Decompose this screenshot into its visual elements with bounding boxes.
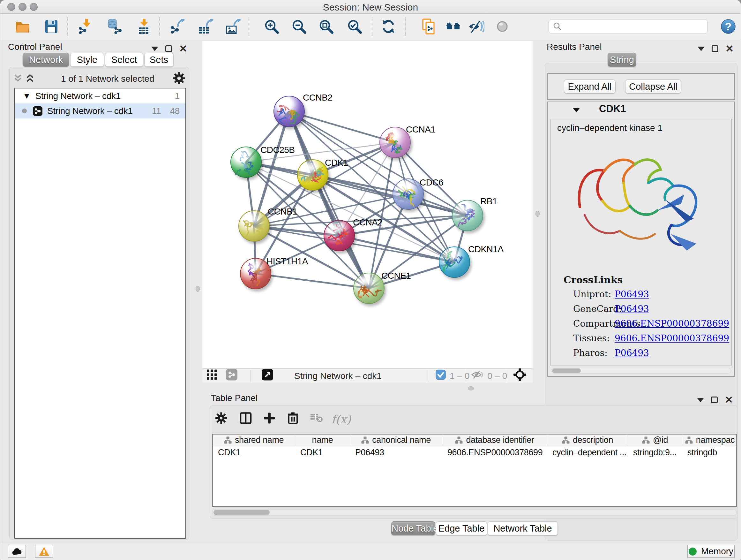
network-options-gear-icon[interactable] xyxy=(173,72,185,84)
hide-panel-button[interactable] xyxy=(467,17,485,36)
window-titlebar: Session: New Session xyxy=(0,0,741,14)
column-header-description[interactable]: description xyxy=(547,435,628,446)
table-row[interactable]: CDK1 CDK1 P06493 9606.ENSP00000378699 cy… xyxy=(213,446,736,459)
expand-all-button[interactable]: Expand All xyxy=(564,79,616,94)
delete-table-icon[interactable] xyxy=(310,413,323,426)
panel-close-icon[interactable]: ✕ xyxy=(725,395,733,405)
toolbar-separator xyxy=(405,17,406,36)
gene-collapse-icon[interactable] xyxy=(573,108,580,112)
column-header-name[interactable]: name xyxy=(295,435,350,446)
panel-undock-icon[interactable] xyxy=(711,396,718,403)
import-network-button[interactable] xyxy=(77,17,95,36)
gene-section: CDK1 cyclin–dependent kinase 1 xyxy=(547,102,735,377)
panel-close-icon[interactable]: ✕ xyxy=(179,44,187,54)
left-splitter-handle[interactable] xyxy=(196,286,200,292)
results-horizontal-scrollbar[interactable] xyxy=(551,368,731,374)
show-columns-icon[interactable] xyxy=(240,412,252,427)
node-gloss-highlight xyxy=(444,249,462,261)
node-table: shared name name canonical name database… xyxy=(212,434,737,507)
network-view-icon[interactable] xyxy=(226,369,238,383)
right-splitter-handle[interactable] xyxy=(536,211,540,217)
crosslink-genecard-link[interactable]: P06493 xyxy=(615,304,649,314)
tab-network[interactable]: Network xyxy=(23,53,69,67)
network-node-ccnb2[interactable] xyxy=(273,96,305,127)
show-panel-button[interactable] xyxy=(493,17,512,36)
crosslink-uniprot-link[interactable]: P06493 xyxy=(615,289,649,300)
crosslink-pharos-link[interactable]: P06493 xyxy=(615,348,649,358)
column-header-canonical-name[interactable]: canonical name xyxy=(350,435,442,446)
network-node-ccna2[interactable] xyxy=(324,220,355,251)
network-node-ccnb1[interactable] xyxy=(239,210,270,242)
open-in-new-window-icon[interactable] xyxy=(261,369,273,383)
search-input[interactable] xyxy=(562,22,704,32)
table-options-gear-icon[interactable] xyxy=(215,412,227,427)
network-node-ccne1[interactable] xyxy=(353,273,385,304)
home-button[interactable] xyxy=(444,17,463,36)
zoom-fit-button[interactable] xyxy=(317,17,335,36)
import-from-database-button[interactable] xyxy=(105,17,123,36)
network-node-cdc6[interactable] xyxy=(393,179,424,210)
panel-close-icon[interactable]: ✕ xyxy=(725,44,734,54)
panel-undock-icon[interactable] xyxy=(712,45,718,52)
export-network-button[interactable] xyxy=(169,17,187,36)
table-horizontal-scrollbar[interactable] xyxy=(212,509,737,516)
panel-float-icon[interactable] xyxy=(697,398,704,402)
crosslink-tissues-link[interactable]: 9606.ENSP00000378699 xyxy=(615,333,729,344)
tab-string[interactable]: String xyxy=(608,53,636,67)
warnings-button[interactable] xyxy=(35,545,53,558)
toolbar-search[interactable] xyxy=(549,19,708,34)
panel-float-icon[interactable] xyxy=(151,47,158,51)
network-canvas[interactable]: CCNB2CCNA1CDC25BCDK1CDC6RB1CCNB1CCNA2CDK… xyxy=(202,41,533,368)
selected-checkbox-icon[interactable] xyxy=(435,370,446,382)
scrollbar-thumb[interactable] xyxy=(552,368,581,373)
save-session-button[interactable] xyxy=(42,17,61,36)
node-label-ccne1: CCNE1 xyxy=(381,271,411,281)
tab-style[interactable]: Style xyxy=(70,53,104,67)
collapse-all-tree-icon[interactable] xyxy=(12,73,23,83)
hidden-eye-slash-icon[interactable] xyxy=(471,369,484,382)
zoom-in-button[interactable] xyxy=(262,17,281,36)
export-table-button[interactable] xyxy=(197,17,215,36)
collapse-all-button[interactable]: Collapse All xyxy=(625,79,681,94)
tab-edge-table[interactable]: Edge Table xyxy=(436,521,487,536)
zoom-fit-icon xyxy=(318,18,334,35)
copy-network-button[interactable] xyxy=(420,17,439,36)
tree-expander-icon[interactable]: ▼ xyxy=(23,91,30,101)
bottom-splitter-handle[interactable] xyxy=(468,386,474,390)
network-item-label: String Network – cdk1 xyxy=(47,106,133,116)
create-column-plus-icon[interactable] xyxy=(263,412,275,427)
memory-button[interactable]: Memory xyxy=(687,545,735,558)
network-tree-root-row[interactable]: ▼ String Network – cdk1 1 xyxy=(15,88,185,104)
locate-crosshair-icon[interactable] xyxy=(514,368,526,383)
delete-column-trash-icon[interactable] xyxy=(287,412,299,427)
zoom-out-button[interactable] xyxy=(290,17,308,36)
apply-function-fx-icon[interactable]: f(x) xyxy=(331,413,351,426)
cloud-status-button[interactable] xyxy=(8,545,26,558)
column-header-namespace[interactable]: namespac xyxy=(682,435,737,446)
zoom-selected-button[interactable] xyxy=(345,17,364,36)
network-node-cdc25b[interactable] xyxy=(230,146,262,178)
network-tree-item-row[interactable]: String Network – cdk1 11 48 xyxy=(15,104,185,118)
help-button[interactable]: ? xyxy=(719,17,738,36)
network-node-cdk1[interactable] xyxy=(297,159,328,191)
scrollbar-thumb[interactable] xyxy=(213,510,270,515)
panel-float-icon[interactable] xyxy=(697,47,704,51)
network-node-rb1[interactable] xyxy=(452,200,483,231)
column-header-database-identifier[interactable]: database identifier xyxy=(442,435,547,446)
refresh-button[interactable] xyxy=(379,17,398,36)
network-column-icon xyxy=(562,436,569,444)
tab-node-table[interactable]: Node Table xyxy=(391,521,435,536)
crosslink-compartments-link[interactable]: 9606.ENSP00000378699 xyxy=(615,318,729,329)
column-header-id[interactable]: @id xyxy=(628,435,682,446)
tab-network-table[interactable]: Network Table xyxy=(488,521,558,536)
open-session-button[interactable] xyxy=(13,17,32,36)
import-table-button[interactable] xyxy=(134,17,152,36)
expand-all-tree-icon[interactable] xyxy=(24,73,36,83)
panel-undock-icon[interactable] xyxy=(165,45,172,52)
tab-select[interactable]: Select xyxy=(105,53,143,67)
export-image-button[interactable] xyxy=(224,17,243,36)
tab-sets[interactable]: Sets xyxy=(144,53,174,67)
grid-view-icon[interactable] xyxy=(206,369,218,383)
column-header-shared-name[interactable]: shared name xyxy=(213,435,295,446)
network-node-cdkn1a[interactable] xyxy=(439,246,470,278)
